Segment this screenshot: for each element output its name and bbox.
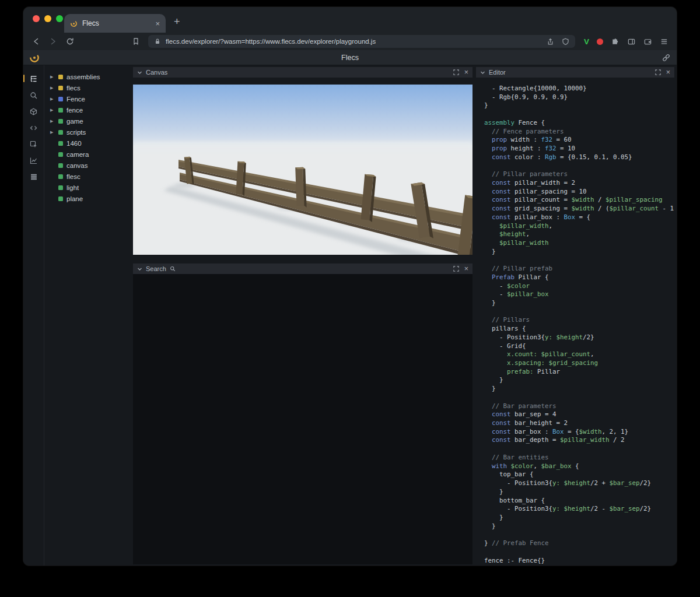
chevron-down-icon[interactable]: [137, 266, 142, 272]
tree-item-label: camera: [66, 151, 89, 158]
chevron-right-icon[interactable]: ▶: [50, 130, 55, 135]
tree-item-1460[interactable]: ▶1460: [45, 138, 130, 149]
view-switcher-strip: [23, 65, 44, 566]
share-icon[interactable]: [546, 37, 555, 46]
code-line: - Grid{: [484, 342, 674, 351]
search-panel: Search ×: [133, 264, 473, 564]
tab-close-button[interactable]: ×: [155, 19, 160, 28]
browser-toolbar: flecs.dev/explorer/?wasm=https://www.fle…: [23, 33, 677, 50]
chevron-down-icon[interactable]: [480, 70, 485, 75]
editor-code[interactable]: - Rectangle{10000, 10000} - Rgb{0.9, 0.9…: [476, 78, 674, 566]
chevron-right-icon[interactable]: ▶: [50, 97, 55, 101]
code-line: with $color, $bar_box {: [484, 462, 674, 471]
code-line: }: [484, 522, 674, 531]
tree-item-flecs[interactable]: ▶flecs: [45, 82, 130, 93]
code-line: pillars {: [484, 325, 674, 333]
notification-badge-icon[interactable]: [597, 38, 603, 45]
tree-item-label: light: [66, 184, 79, 191]
window-zoom-button[interactable]: [56, 15, 63, 22]
tree-item-label: flecs: [66, 85, 80, 92]
tree-item-scripts[interactable]: ▶scripts: [45, 127, 130, 138]
memory-rows-icon[interactable]: [23, 171, 44, 182]
code-line: assembly Fence {: [484, 119, 674, 128]
browser-window: Flecs × + flecs.dev/explorer/?wasm=https…: [23, 7, 677, 566]
center-column: Canvas ×: [133, 65, 473, 566]
address-bar[interactable]: flecs.dev/explorer/?wasm=https://www.fle…: [148, 35, 575, 48]
window-close-button[interactable]: [33, 15, 40, 22]
entities-cube-icon[interactable]: [23, 106, 44, 117]
tree-item-canvas[interactable]: ▶canvas: [45, 160, 130, 171]
code-line: }: [484, 101, 674, 110]
code-line: const grid_spacing = $width / ($pillar_c…: [484, 205, 674, 213]
tree-item-label: 1460: [66, 140, 82, 147]
new-tab-button[interactable]: +: [174, 16, 180, 27]
expand-icon[interactable]: [453, 266, 459, 272]
code-line: - Position3{y: $height/2}: [484, 333, 674, 342]
canvas-3d-viewport[interactable]: [133, 85, 473, 255]
window-minimize-button[interactable]: [44, 15, 51, 22]
code-line: - Rgb{0.9, 0.9, 0.9}: [484, 93, 674, 102]
close-icon[interactable]: ×: [666, 69, 670, 76]
tree-item-game[interactable]: ▶game: [45, 115, 130, 127]
code-line: const pillar_width = 2: [484, 179, 674, 188]
canvas-panel: Canvas ×: [133, 67, 473, 255]
entity-tree: ▶assemblies▶flecs▶Fence▶fence▶game▶scrip…: [45, 68, 130, 566]
entity-kind-square: [58, 108, 63, 113]
code-line: // Pillar parameters: [484, 170, 674, 179]
browser-tab-flecs[interactable]: Flecs ×: [64, 14, 166, 33]
editor-panel-titlebar: Editor ×: [476, 67, 674, 78]
entity-kind-square: [58, 130, 63, 135]
inspect-cursor-icon[interactable]: [23, 139, 44, 149]
shield-icon[interactable]: [561, 37, 570, 46]
forward-button[interactable]: [48, 37, 58, 46]
code-line: // Pillar prefab: [484, 265, 674, 273]
search-view-icon[interactable]: [23, 90, 44, 100]
chevron-right-icon[interactable]: ▶: [50, 119, 55, 124]
tree-item-assemblies[interactable]: ▶assemblies: [45, 71, 130, 82]
editor-panel-title: Editor: [489, 69, 506, 76]
share-link-icon[interactable]: [662, 53, 671, 62]
expand-icon[interactable]: [453, 69, 459, 75]
code-line: prefab: Pillar: [484, 368, 674, 377]
tree-item-camera[interactable]: ▶camera: [45, 149, 130, 160]
stats-chart-icon[interactable]: [23, 155, 44, 166]
code-line: bottom_bar {: [484, 497, 674, 505]
outline-view-icon[interactable]: [23, 73, 44, 84]
entity-kind-square: [58, 97, 63, 101]
chevron-right-icon[interactable]: ▶: [50, 86, 55, 90]
code-line: const pillar_count = $width / $pillar_sp…: [484, 196, 674, 205]
tree-item-label: scripts: [66, 129, 86, 136]
url-text[interactable]: flecs.dev/explorer/?wasm=https://www.fle…: [166, 38, 376, 45]
chevron-right-icon[interactable]: ▶: [50, 108, 55, 113]
back-button[interactable]: [32, 37, 41, 46]
extensions-puzzle-icon[interactable]: [611, 37, 620, 46]
code-line: [484, 256, 674, 265]
code-line: }: [484, 376, 674, 385]
wallet-icon[interactable]: [643, 37, 652, 46]
side-panel-icon[interactable]: [627, 37, 636, 46]
expand-icon[interactable]: [655, 69, 661, 75]
tree-item-label: plane: [66, 195, 83, 202]
code-view-icon[interactable]: [23, 122, 44, 133]
v-extension-icon[interactable]: V: [584, 37, 589, 46]
bookmark-icon[interactable]: [131, 37, 141, 46]
reload-button[interactable]: [65, 37, 75, 46]
code-line: const bar_height = 2: [484, 419, 674, 428]
code-line: }: [484, 299, 674, 308]
code-line: - $pillar_box: [484, 290, 674, 299]
code-line: [484, 445, 674, 454]
search-panel-titlebar: Search ×: [133, 264, 473, 274]
close-icon[interactable]: ×: [464, 265, 468, 273]
tree-item-flesc[interactable]: ▶flesc: [45, 171, 130, 182]
chevron-down-icon[interactable]: [137, 70, 142, 75]
chevron-right-icon[interactable]: ▶: [50, 75, 55, 79]
tree-item-fence[interactable]: ▶fence: [45, 104, 130, 115]
menu-icon[interactable]: [660, 37, 668, 46]
tree-item-plane[interactable]: ▶plane: [45, 193, 130, 204]
search-icon: [170, 266, 176, 272]
search-results-area: [133, 274, 473, 564]
tree-item-Fence[interactable]: ▶Fence: [45, 93, 130, 104]
code-line: const pillar_spacing = 10: [484, 188, 674, 196]
tree-item-light[interactable]: ▶light: [45, 182, 130, 193]
close-icon[interactable]: ×: [464, 69, 468, 76]
